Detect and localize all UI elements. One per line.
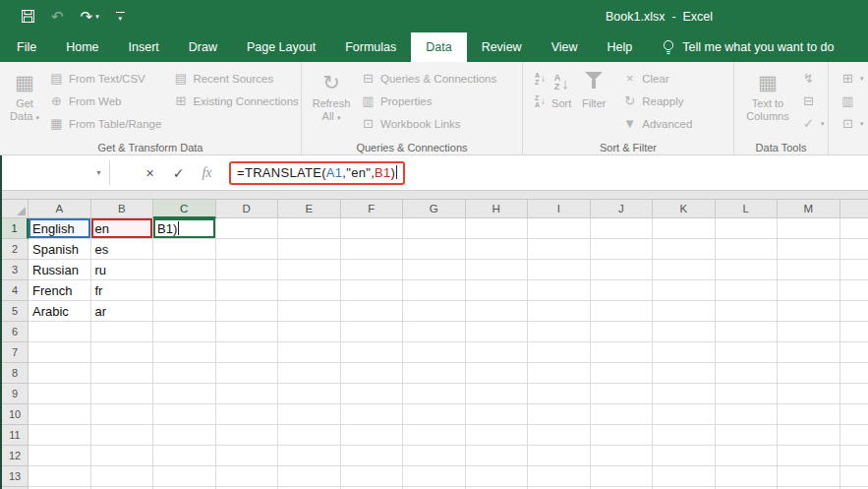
cell-A2[interactable]: Spanish — [29, 239, 91, 260]
cell-E7[interactable] — [278, 342, 341, 363]
cell-E1[interactable] — [278, 218, 341, 239]
cell-F2[interactable] — [341, 239, 404, 260]
get-data-button[interactable]: ▦ Get Data ▾ — [6, 65, 43, 123]
cell-M9[interactable] — [778, 384, 840, 404]
cell-L2[interactable] — [716, 239, 779, 260]
cell-F7[interactable] — [341, 342, 404, 363]
cell-C2[interactable] — [153, 239, 216, 260]
cell-I7[interactable] — [528, 342, 591, 363]
cell-M11[interactable] — [778, 425, 840, 446]
cell-G7[interactable] — [403, 342, 466, 363]
cell-K11[interactable] — [653, 425, 716, 446]
cell-J6[interactable] — [591, 322, 654, 342]
cell-K5[interactable] — [653, 301, 716, 322]
enter-button[interactable]: ✓ — [164, 155, 193, 190]
cell-M1[interactable] — [778, 218, 840, 239]
tell-me-box[interactable]: Tell me what you want to do — [663, 32, 834, 62]
name-box[interactable] — [2, 155, 88, 190]
column-header-E[interactable]: E — [278, 200, 341, 218]
cell-H2[interactable] — [466, 239, 529, 260]
cell-A4[interactable]: French — [29, 280, 91, 301]
cell-E4[interactable] — [278, 280, 341, 301]
cell-I10[interactable] — [528, 404, 591, 425]
data-validation-button[interactable]: ✓ ▾ — [795, 112, 831, 135]
redo-dropdown-icon[interactable]: ▾ — [95, 13, 99, 20]
customize-quick-access-button[interactable]: ▾ — [116, 12, 125, 22]
cancel-button[interactable]: × — [136, 155, 164, 190]
cell-H8[interactable] — [466, 363, 529, 384]
cell-D11[interactable] — [216, 425, 279, 446]
cell-F5[interactable] — [341, 301, 404, 322]
tab-file[interactable]: File — [2, 32, 51, 62]
tab-draw[interactable]: Draw — [174, 32, 232, 62]
cell-B10[interactable] — [91, 404, 154, 425]
cell-J2[interactable] — [591, 239, 654, 260]
cell-L6[interactable] — [716, 322, 779, 342]
cell-K9[interactable] — [653, 384, 716, 404]
cell-D2[interactable] — [216, 239, 279, 260]
cell-E11[interactable] — [278, 425, 341, 446]
cell-D9[interactable] — [216, 384, 279, 404]
cell-A12[interactable] — [29, 446, 91, 466]
tab-insert[interactable]: Insert — [114, 32, 174, 62]
cell-E8[interactable] — [278, 363, 341, 384]
clear-button[interactable]: × Clear — [616, 67, 698, 90]
cell-C9[interactable] — [153, 384, 216, 404]
cell-H10[interactable] — [466, 404, 529, 425]
cell-E3[interactable] — [278, 260, 341, 280]
cell-B2[interactable]: es — [91, 239, 154, 260]
row-header-9[interactable]: 9 — [2, 384, 29, 404]
row-header-11[interactable]: 11 — [2, 425, 29, 446]
cell-B5[interactable]: ar — [91, 301, 154, 322]
cell-C11[interactable] — [153, 425, 216, 446]
cell-A13[interactable] — [29, 466, 91, 487]
cell-J13[interactable] — [591, 466, 654, 487]
cell-B12[interactable] — [91, 446, 154, 466]
cell-C5[interactable] — [153, 301, 216, 322]
cell-M7[interactable] — [778, 342, 840, 363]
cell-J12[interactable] — [591, 446, 654, 466]
cell-F4[interactable] — [341, 280, 404, 301]
cell-M5[interactable] — [778, 301, 840, 322]
column-header-H[interactable]: H — [466, 200, 529, 218]
cell-I5[interactable] — [528, 301, 591, 322]
column-header-M[interactable]: M — [778, 200, 840, 218]
cell-H1[interactable] — [466, 218, 529, 239]
cell-J3[interactable] — [591, 260, 654, 280]
outline-group-button[interactable]: ⊡ ▾ — [835, 112, 868, 135]
row-header-12[interactable]: 12 — [2, 446, 29, 466]
cell-E6[interactable] — [278, 322, 341, 342]
select-all-button[interactable] — [2, 200, 29, 218]
column-header-J[interactable]: J — [591, 200, 654, 218]
formula-input[interactable]: =TRANSLATE(A1,"en",B1) — [229, 155, 405, 190]
tab-home[interactable]: Home — [51, 32, 113, 62]
cell-L10[interactable] — [716, 404, 779, 425]
workbook-links-button[interactable]: ⊡ Workbook Links — [355, 112, 502, 135]
cell-J4[interactable] — [591, 280, 654, 301]
row-header-5[interactable]: 5 — [2, 301, 29, 322]
sort-descending-button[interactable]: ZA ↓ — [529, 90, 551, 112]
cell-B11[interactable] — [91, 425, 154, 446]
cell-E9[interactable] — [278, 384, 341, 404]
cell-F8[interactable] — [341, 363, 404, 384]
cell-D8[interactable] — [216, 363, 279, 384]
row-header-3[interactable]: 3 — [2, 260, 29, 280]
cell-A6[interactable] — [29, 322, 91, 342]
column-header-K[interactable]: K — [653, 200, 716, 218]
column-header-C[interactable]: C — [153, 200, 216, 218]
column-header-L[interactable]: L — [716, 200, 779, 218]
row-header-13[interactable]: 13 — [2, 466, 29, 487]
cell-C4[interactable] — [153, 280, 216, 301]
cell-K8[interactable] — [653, 363, 716, 384]
cell-I6[interactable] — [528, 322, 591, 342]
cell-I8[interactable] — [528, 363, 591, 384]
cell-E12[interactable] — [278, 446, 341, 466]
cell-H7[interactable] — [466, 342, 529, 363]
cell-C7[interactable] — [153, 342, 216, 363]
cell-A8[interactable] — [29, 363, 91, 384]
cell-L1[interactable] — [716, 218, 779, 239]
from-web-button[interactable]: ⊕ From Web — [43, 90, 167, 112]
cell-M2[interactable] — [778, 239, 840, 260]
cell-H3[interactable] — [466, 260, 529, 280]
cell-M3[interactable] — [778, 260, 840, 280]
